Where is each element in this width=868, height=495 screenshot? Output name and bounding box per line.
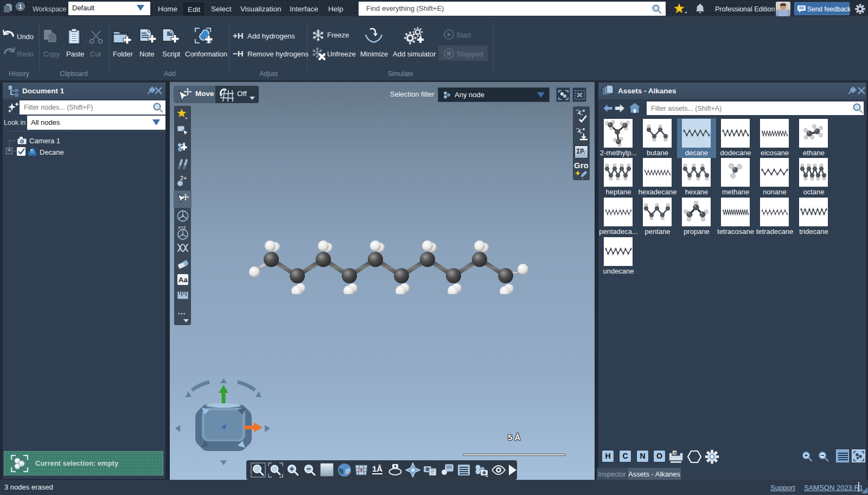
svg-text:Aa: Aa (178, 276, 188, 284)
svg-text:H: H (674, 451, 676, 455)
svg-text:2+: 2+ (180, 175, 187, 181)
